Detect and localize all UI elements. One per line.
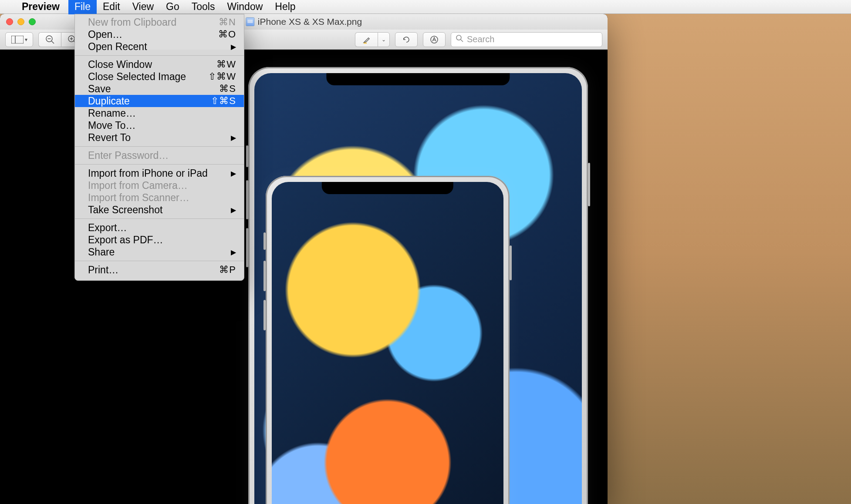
zoom-out-button[interactable] [38,32,61,47]
menu-item-import-from-iphone-or-ipad[interactable]: Import from iPhone or iPad▶ [75,167,244,179]
menu-item-import-from-camera: Import from Camera… [75,179,244,192]
menu-item-label: Take Screenshot [88,204,162,216]
search-input[interactable] [467,34,598,44]
menu-item-export-as-pdf[interactable]: Export as PDF… [75,234,244,246]
svg-line-3 [51,41,54,44]
menu-item-duplicate[interactable]: Duplicate⇧⌘S [75,95,244,107]
menu-item-take-screenshot[interactable]: Take Screenshot▶ [75,204,244,216]
highlight-segment: ⌄ [355,32,390,47]
menu-help[interactable]: Help [269,0,301,14]
document-title[interactable]: iPhone XS & XS Max.png [246,17,362,27]
svg-line-12 [461,40,463,42]
menu-item-label: Enter Password… [88,150,169,161]
menu-item-export[interactable]: Export… [75,222,244,234]
app-name[interactable]: Preview [22,1,60,13]
menu-item-label: Close Selected Image [88,71,186,83]
menu-item-save[interactable]: Save⌘S [75,83,244,95]
menu-file[interactable]: File [68,0,97,14]
menu-item-label: Share [88,246,115,258]
menu-item-label: Export as PDF… [88,234,163,246]
search-field[interactable] [451,32,602,47]
document-icon [246,17,254,26]
submenu-arrow-icon: ▶ [231,43,236,51]
menu-item-shortcut: ⌘W [216,59,236,70]
svg-rect-0 [11,36,24,44]
rotate-button[interactable] [395,32,418,47]
submenu-arrow-icon: ▶ [231,134,236,142]
submenu-arrow-icon: ▶ [231,206,236,214]
menu-item-enter-password: Enter Password… [75,149,244,161]
zoom-window-button[interactable] [29,18,36,25]
svg-point-11 [456,35,461,40]
menu-item-label: Rename… [88,108,136,119]
menu-item-label: New from Clipboard [88,17,176,28]
menu-item-share[interactable]: Share▶ [75,246,244,258]
sidebar-toggle-button[interactable]: ▾ [5,32,33,47]
minimize-window-button[interactable] [17,18,24,25]
menu-item-shortcut: ⌘O [218,29,236,40]
menu-item-label: Import from Scanner… [88,192,189,204]
menu-item-move-to[interactable]: Move To… [75,119,244,131]
menu-view[interactable]: View [126,0,160,14]
menu-item-label: Open… [88,29,122,40]
chevron-down-icon: ⌄ [382,37,386,43]
menu-item-shortcut: ⌘N [219,17,236,28]
menu-item-label: Export… [88,222,127,234]
menu-item-import-from-scanner: Import from Scanner… [75,192,244,204]
submenu-arrow-icon: ▶ [231,248,236,256]
menu-item-rename[interactable]: Rename… [75,107,244,119]
menu-item-shortcut: ⌘P [219,264,236,276]
image-content [266,176,510,504]
menu-item-label: Close Window [88,59,152,71]
menu-item-close-selected-image[interactable]: Close Selected Image⇧⌘W [75,71,244,83]
search-icon [456,34,463,44]
menu-item-open-recent[interactable]: Open Recent▶ [75,40,244,53]
menu-item-open[interactable]: Open…⌘O [75,28,244,40]
menu-tools[interactable]: Tools [186,0,221,14]
menu-item-close-window[interactable]: Close Window⌘W [75,58,244,71]
menu-item-shortcut: ⇧⌘S [211,95,236,107]
menu-item-shortcut: ⇧⌘W [208,71,236,82]
menu-item-label: Move To… [88,120,136,131]
document-filename: iPhone XS & XS Max.png [258,17,362,27]
menu-item-label: Open Recent [88,41,147,53]
traffic-lights [0,18,36,25]
highlight-options-button[interactable]: ⌄ [378,32,390,47]
chevron-down-icon: ▾ [25,37,27,43]
menu-item-new-from-clipboard: New from Clipboard⌘N [75,16,244,28]
submenu-arrow-icon: ▶ [231,169,236,178]
menu-item-label: Save [88,83,111,95]
menubar: Preview File Edit View Go Tools Window H… [0,0,851,14]
highlight-button[interactable] [355,32,378,47]
close-window-button[interactable] [6,18,13,25]
menu-item-label: Import from iPhone or iPad [88,168,208,179]
menu-item-shortcut: ⌘S [219,83,236,94]
file-menu-dropdown: New from Clipboard⌘NOpen…⌘OOpen Recent▶C… [74,14,244,281]
menu-item-label: Revert To [88,132,131,144]
menu-item-label: Duplicate [88,95,130,107]
menu-item-print[interactable]: Print…⌘P [75,264,244,276]
markup-button[interactable] [423,32,446,47]
menu-item-revert-to[interactable]: Revert To▶ [75,131,244,144]
menu-item-label: Print… [88,264,118,276]
menu-item-label: Import from Camera… [88,180,188,192]
menu-window[interactable]: Window [221,0,269,14]
menu-edit[interactable]: Edit [97,0,126,14]
menu-go[interactable]: Go [160,0,186,14]
